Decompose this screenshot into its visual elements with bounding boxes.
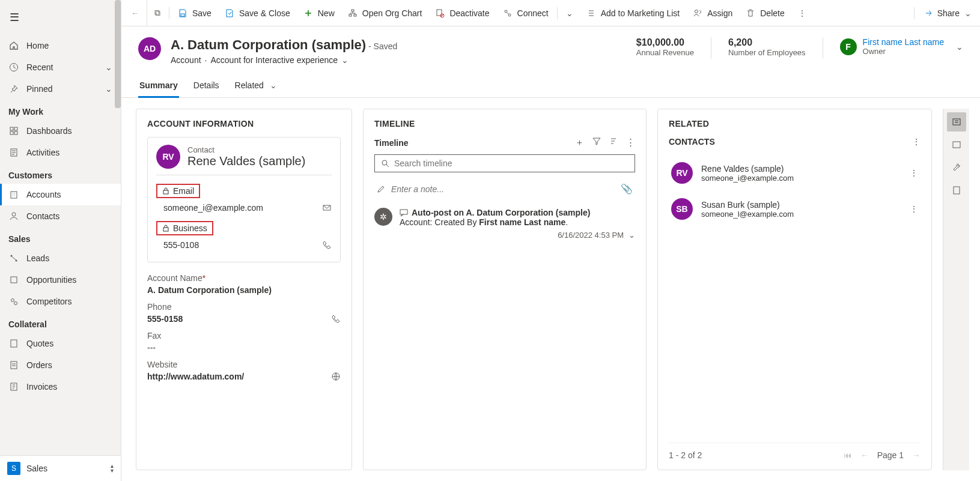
svg-rect-14: [11, 362, 17, 369]
email-action-icon[interactable]: [322, 203, 332, 213]
connect-button[interactable]: Connect: [497, 5, 555, 22]
related-contact-row[interactable]: RV Rene Valdes (sample) someone_i@exampl…: [669, 155, 921, 191]
deactivate-button[interactable]: Deactivate: [429, 5, 495, 22]
nav-dashboards[interactable]: Dashboards: [0, 120, 121, 142]
nav-recent[interactable]: Recent ⌄: [0, 56, 121, 78]
pager-prev[interactable]: ←: [860, 450, 869, 460]
save-button[interactable]: Save: [172, 5, 218, 22]
rail-wrench-button[interactable]: [947, 158, 966, 177]
contact-business-phone[interactable]: 555-0108: [163, 240, 199, 250]
row-more-button[interactable]: ⋮: [910, 204, 918, 214]
nav-invoices[interactable]: Invoices: [0, 376, 121, 398]
tab-related[interactable]: Related ⌄: [234, 74, 278, 97]
owner-field[interactable]: F First name Last name Owner ⌄: [840, 37, 963, 56]
area-switcher[interactable]: S Sales ▴▾: [0, 455, 121, 481]
tab-details[interactable]: Details: [192, 74, 221, 97]
attach-icon[interactable]: 📎: [621, 183, 633, 195]
timeline-more-button[interactable]: ⋮: [626, 137, 635, 148]
chevron-down-icon[interactable]: ⌄: [628, 231, 635, 240]
timeline-post[interactable]: ✲ Auto-post on A. Datum Corporation (sam…: [374, 199, 635, 248]
contacts-header: CONTACTS: [669, 137, 715, 147]
nav-contacts-label: Contacts: [26, 211, 59, 221]
nav-home[interactable]: Home: [0, 35, 121, 56]
nav-competitors[interactable]: Competitors: [0, 291, 121, 312]
nav-section-customers: Customers: [0, 163, 121, 184]
contact-email[interactable]: someone_i@example.com: [163, 203, 263, 213]
nav-pinned-label: Pinned: [26, 84, 53, 94]
nav-activities[interactable]: Activities: [0, 142, 121, 163]
overflow-button[interactable]: ⋮: [792, 5, 812, 22]
timeline-sort-button[interactable]: [609, 137, 618, 148]
save-close-label: Save & Close: [239, 8, 290, 18]
new-label: New: [318, 8, 335, 18]
sidebar-scrollbar[interactable]: [115, 0, 121, 108]
save-icon: [178, 8, 187, 18]
timeline-add-button[interactable]: ＋: [575, 137, 584, 148]
nav-orders[interactable]: Orders: [0, 354, 121, 376]
timeline-filter-button[interactable]: [592, 137, 601, 148]
nav-quotes[interactable]: Quotes: [0, 333, 121, 354]
timeline-search-input[interactable]: [394, 159, 628, 168]
share-button[interactable]: Share ⌄: [917, 5, 978, 22]
tab-summary[interactable]: Summary: [138, 74, 179, 98]
area-label: Sales: [26, 464, 47, 473]
row-more-button[interactable]: ⋮: [910, 168, 918, 178]
nav-pinned[interactable]: Pinned ⌄: [0, 78, 121, 100]
contact-name: Rene Valdes (sample): [701, 164, 794, 174]
back-button[interactable]: ←: [124, 0, 147, 26]
chevron-down-icon[interactable]: ⌄: [341, 55, 348, 65]
deactivate-label: Deactivate: [449, 8, 489, 18]
pager-first[interactable]: ⏮: [844, 450, 852, 460]
svg-rect-17: [352, 10, 354, 11]
rail-pane-button[interactable]: [947, 135, 966, 154]
nav-accounts-label: Accounts: [26, 190, 61, 199]
svg-rect-3: [10, 132, 13, 135]
nav-section-mywork: My Work: [0, 100, 121, 120]
phone-field[interactable]: 555-0158: [147, 314, 341, 324]
save-close-button[interactable]: Save & Close: [219, 5, 296, 22]
delete-button[interactable]: Delete: [740, 5, 790, 22]
popout-button[interactable]: ⧉: [148, 4, 166, 22]
metric-employees[interactable]: 6,200 Number of Employees: [728, 37, 806, 57]
svg-point-22: [505, 10, 507, 13]
org-chart-button[interactable]: Open Org Chart: [342, 5, 428, 22]
new-button[interactable]: New: [297, 5, 341, 22]
account-name-field[interactable]: A. Datum Corporation (sample): [147, 285, 341, 295]
phone-action-icon[interactable]: [322, 240, 332, 250]
fax-field[interactable]: ---: [147, 343, 341, 352]
timeline-note-input[interactable]: [391, 184, 615, 194]
website-field[interactable]: http://www.adatum.com/: [147, 372, 341, 381]
updown-icon: ▴▾: [111, 464, 114, 473]
contact-name[interactable]: Rene Valdes (sample): [187, 154, 305, 168]
pager-next[interactable]: →: [912, 450, 921, 460]
phone-action-icon[interactable]: [331, 314, 341, 324]
chevron-down-icon[interactable]: ⌄: [956, 42, 963, 52]
command-bar: ← ⧉ Save Save & Close New Open Org Chart: [121, 0, 980, 26]
rail-related-button[interactable]: [947, 112, 966, 132]
nav-section-collateral: Collateral: [0, 312, 121, 333]
nav-leads[interactable]: Leads: [0, 247, 121, 269]
rail-doc-button[interactable]: [947, 181, 966, 200]
related-contact-row[interactable]: SB Susan Burk (sample) someone_l@example…: [669, 191, 921, 227]
record-header: AD A. Datum Corporation (sample) - Saved…: [121, 26, 980, 70]
assign-button[interactable]: Assign: [687, 5, 738, 22]
svg-point-24: [695, 10, 698, 13]
search-icon: [381, 159, 389, 168]
timeline-search[interactable]: [374, 154, 635, 172]
connect-dropdown[interactable]: ⌄: [560, 5, 579, 22]
hamburger-icon[interactable]: ☰: [0, 6, 121, 29]
phone-label: Phone: [147, 302, 341, 312]
related-more-button[interactable]: ⋮: [912, 137, 921, 147]
area-badge: S: [7, 462, 20, 475]
contact-label: Contact: [187, 145, 305, 154]
contact-avatar: RV: [671, 162, 693, 184]
related-panel: RELATED CONTACTS ⋮ RV Rene Valdes (sampl…: [657, 109, 932, 470]
nav-contacts[interactable]: Contacts: [0, 205, 121, 227]
email-locked-label: Email: [156, 184, 200, 198]
metric-revenue[interactable]: $10,000.00 Annual Revenue: [636, 37, 694, 57]
globe-icon[interactable]: [331, 372, 341, 381]
marketing-list-button[interactable]: Add to Marketing List: [580, 5, 686, 22]
nav-accounts[interactable]: Accounts: [0, 184, 121, 205]
nav-opportunities[interactable]: Opportunities: [0, 269, 121, 291]
timeline-note-row[interactable]: 📎: [374, 178, 635, 199]
